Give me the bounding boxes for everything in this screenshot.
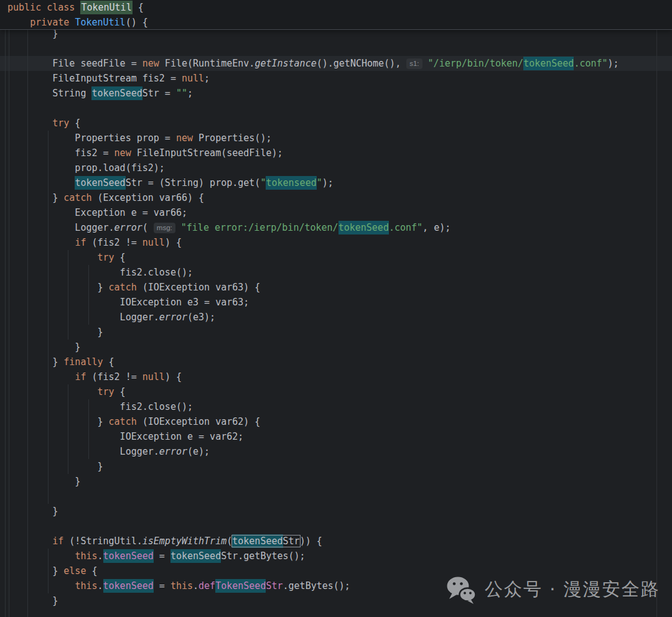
code-token: new	[114, 147, 131, 159]
code-token: error	[159, 446, 187, 457]
code-token: Str = (String) prop.get(	[126, 177, 261, 188]
code-token: (IOException var62) {	[137, 416, 261, 427]
code-token: Exception e = var66;	[7, 207, 187, 218]
code-token: }	[7, 341, 80, 353]
code-token: .	[193, 580, 198, 591]
code-line[interactable]: Properties prop = new Properties();	[0, 131, 672, 146]
code-line[interactable]: }	[0, 340, 672, 355]
code-token: Properties prop =	[7, 132, 176, 144]
code-line[interactable]: Logger.error(e);	[0, 444, 672, 459]
code-line[interactable]: }	[0, 325, 672, 340]
code-line[interactable]: if (fis2 != null) {	[0, 235, 672, 250]
code-token: (Exception var66) {	[91, 192, 204, 203]
editor-pane[interactable]: } File seedFile = new File(RuntimeEnv.ge…	[0, 0, 672, 617]
code-token: }	[7, 595, 58, 606]
code-token	[7, 371, 75, 383]
code-line[interactable]: }	[0, 459, 672, 474]
code-token: (fis2 !=	[86, 237, 142, 248]
code-token: {	[69, 118, 80, 129]
code-line[interactable]: } catch (Exception var66) {	[0, 190, 672, 205]
code-token: Str	[266, 580, 282, 591]
code-line[interactable]: fis2.close();	[0, 265, 672, 280]
code-token: null	[142, 371, 165, 383]
code-line[interactable]	[0, 489, 672, 504]
code-token: =	[154, 550, 170, 562]
code-line[interactable]: } catch (IOException var63) {	[0, 280, 672, 295]
code-token: getInstance	[254, 58, 316, 69]
code-line[interactable]: if (fis2 != null) {	[0, 369, 672, 384]
code-line[interactable]: } catch (IOException var62) {	[0, 414, 672, 429]
code-token	[7, 536, 52, 547]
code-line[interactable]: }	[0, 504, 672, 519]
code-line[interactable]	[0, 519, 672, 534]
code-token: this	[75, 550, 97, 562]
usage-highlight: tokenSeed	[523, 57, 574, 70]
usage-highlight: tokenSeed	[338, 221, 389, 234]
code-line[interactable]	[0, 101, 672, 116]
code-token: "/ierp/bin/token/	[428, 58, 524, 69]
inlay-hint[interactable]: s1:	[406, 58, 422, 69]
sticky-code-line[interactable]: public class TokenUtil {	[0, 0, 672, 15]
code-token: finally	[63, 356, 103, 368]
usage-highlight: tokenseed	[266, 176, 316, 190]
code-token: {	[103, 356, 114, 368]
code-line[interactable]: try {	[0, 384, 672, 399]
code-token: Logger.	[7, 312, 159, 323]
code-line[interactable]: } finally {	[0, 355, 672, 369]
code-token: .getBytes();	[283, 580, 350, 591]
code-token: FileInputStream fis2 =	[7, 73, 182, 84]
code-token: error	[114, 222, 142, 233]
code-token: catch	[109, 282, 137, 293]
code-line[interactable]: tokenSeedStr = (String) prop.get("tokens…	[0, 175, 672, 190]
sticky-code-line[interactable]: private TokenUtil() {	[0, 15, 672, 30]
code-line[interactable]: }	[0, 474, 672, 489]
code-token: ;	[204, 73, 210, 84]
code-token: (e);	[187, 446, 210, 457]
code-token: );	[608, 58, 619, 69]
code-line[interactable]: try {	[0, 250, 672, 265]
code-token	[7, 177, 75, 188]
code-line-current[interactable]: File seedFile = new File(RuntimeEnv.getI…	[0, 56, 672, 71]
code-token: ;	[187, 88, 193, 99]
sticky-lines-header[interactable]: public class TokenUtil { private TokenUt…	[0, 0, 672, 30]
code-token: new	[176, 132, 193, 144]
code-line[interactable]: Logger.error(e3);	[0, 310, 672, 325]
code-token: ) {	[165, 371, 182, 383]
class-name-highlight: TokenUtil	[80, 1, 132, 14]
code-line[interactable]: fis2 = new FileInputStream(seedFile);	[0, 146, 672, 160]
code-token: ""	[176, 88, 187, 99]
code-line[interactable]: IOException e = var62;	[0, 429, 672, 444]
code-line[interactable]: Logger.error( msg: "file error:/ierp/bin…	[0, 220, 672, 235]
code-token: isEmptyWithTrim	[142, 536, 226, 547]
code-line[interactable]: Exception e = var66;	[0, 205, 672, 220]
code-token: this	[75, 580, 97, 591]
code-token: (e3);	[187, 312, 215, 323]
code-token: (	[226, 536, 232, 547]
code-line[interactable]	[0, 41, 672, 56]
inlay-hint[interactable]: msg:	[154, 223, 175, 233]
code-token: (IOException var63) {	[137, 282, 261, 293]
code-token: =	[154, 580, 170, 591]
code-line[interactable]: String tokenSeedStr = "";	[0, 86, 672, 101]
code-line[interactable]: fis2.close();	[0, 399, 672, 414]
code-token: .	[98, 580, 103, 591]
code-line[interactable]: this.tokenSeed = tokenSeedStr.getBytes()…	[0, 549, 672, 564]
code-token: {	[114, 386, 126, 397]
code-lines[interactable]: } File seedFile = new File(RuntimeEnv.ge…	[0, 26, 672, 608]
code-token: this	[170, 580, 193, 591]
code-line[interactable]: IOException e3 = var63;	[0, 295, 672, 310]
code-token: File seedFile =	[7, 58, 142, 69]
code-token: fis2 =	[7, 147, 114, 159]
code-token	[7, 550, 75, 562]
code-line[interactable]: if (!StringUtil.isEmptyWithTrim(tokenSee…	[0, 534, 672, 549]
code-token: else	[63, 565, 86, 577]
code-line[interactable]: FileInputStream fis2 = null;	[0, 71, 672, 86]
code-token: "file error:/ierp/bin/token/	[181, 222, 338, 233]
watermark: 公众号 · 漫漫安全路	[446, 572, 660, 607]
code-token: def	[198, 580, 215, 591]
code-token: {	[114, 252, 126, 263]
code-line[interactable]: prop.load(fis2);	[0, 160, 672, 175]
code-line[interactable]: try {	[0, 116, 672, 131]
code-token	[7, 252, 98, 263]
code-token: try	[52, 118, 69, 129]
